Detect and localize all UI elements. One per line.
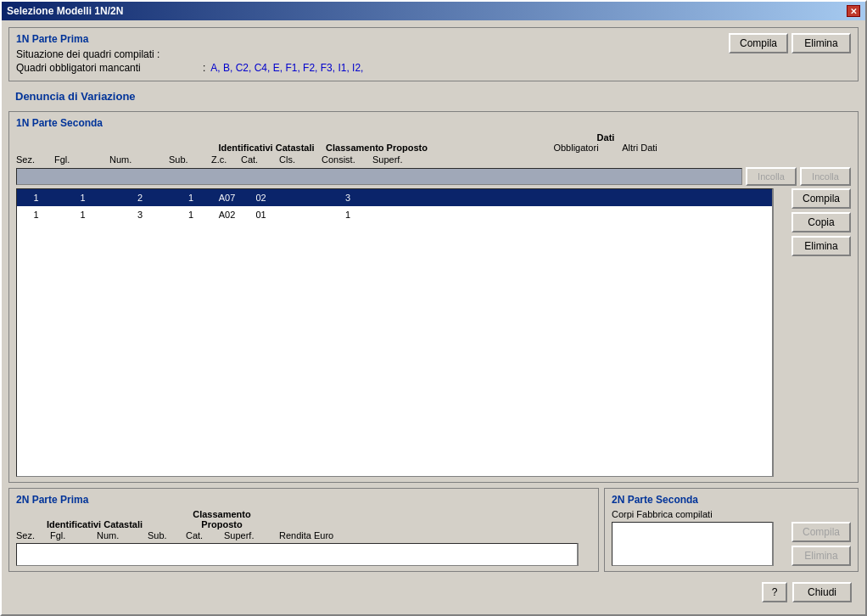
bottom-table-scroll-2n-sec[interactable] (612, 522, 773, 566)
incolla-buttons: Incolla Incolla (746, 167, 851, 186)
compila-button-1n[interactable]: Compila (791, 188, 851, 209)
classamento-header: Classamento Proposto (322, 143, 432, 153)
parte-seconda-1n-section: 1N Parte Seconda Identificativi Catastal… (8, 111, 859, 483)
quadri-separator: : (203, 62, 205, 74)
close-button[interactable]: ✕ (847, 5, 860, 17)
situazione-label: Situazione dei quadri compilati : (16, 48, 203, 60)
scrollbar-2n-prima[interactable] (578, 543, 591, 566)
parte-prima-2n-section: 2N Parte Prima Identificativi Catastali … (8, 488, 599, 572)
corpi-label: Corpi Fabbrica compilati (612, 509, 851, 519)
window-title: Selezione Modelli 1N/2N (7, 5, 123, 17)
2n-subhdr-cat: Cat. (186, 530, 224, 540)
parte-prima-1n-title: 1N Parte Prima (16, 33, 722, 45)
elimina-button-2n[interactable]: Elimina (791, 546, 851, 566)
copia-button-1n[interactable]: Copia (791, 212, 851, 232)
dati-header-group: Dati Obbligatori Altri Dati (542, 132, 669, 153)
subhdr-sez: Sez. (16, 154, 54, 165)
table-subheader-row: Sez. Fgl. Num. Sub. Z.c. Cat. Cls. Consi… (16, 154, 851, 165)
parte-prima-1n-section: 1N Parte Prima Situazione dei quadri com… (8, 27, 859, 81)
compila-button-2n[interactable]: Compila (791, 522, 851, 542)
obbligatori-label: Obbligatori (542, 143, 610, 153)
parte-prima-1n-info: 1N Parte Prima Situazione dei quadri com… (16, 33, 722, 76)
main-content: 1N Parte Prima Situazione dei quadri com… (2, 20, 865, 614)
quadri-label: Quadri obbligatori mancanti (16, 62, 203, 74)
subhdr-cat: Cat. (241, 154, 279, 165)
2n-subhdr-num: Num. (97, 530, 148, 540)
table-area-1n: 1 1 2 1 A07 02 3 1 1 3 1 A02 01 1 (16, 188, 851, 477)
denuncia-section: Denuncia di Variazione (8, 87, 859, 106)
2n-subheader-row: Sez. Fgl. Num. Sub. Cat. Superf. Rendita… (16, 530, 591, 540)
parte-prima-2n-title: 2N Parte Prima (16, 494, 591, 506)
table-scroll-1n[interactable]: 1 1 2 1 A07 02 3 1 1 3 1 A02 01 1 (16, 188, 773, 477)
table-header-row: Identificativi Catastali Classamento Pro… (16, 132, 851, 153)
subhdr-cls: Cls. (279, 154, 322, 165)
quadri-row: Quadri obbligatori mancanti : A, B, C2, … (16, 62, 722, 74)
bottom-table-area-2n (16, 543, 591, 566)
altri-dati-label: Altri Dati (610, 143, 669, 153)
help-button[interactable]: ? (762, 582, 787, 602)
2n-header-row: Identificativi Catastali Classamento Pro… (16, 509, 591, 529)
table-buttons-1n: Compila Copia Elimina (791, 188, 851, 477)
subhdr-sub: Sub. (169, 154, 211, 165)
incolla-button-2[interactable]: Incolla (800, 167, 851, 186)
bottom-sections: 2N Parte Prima Identificativi Catastali … (8, 488, 859, 572)
scrollbar-2n-seconda[interactable] (773, 522, 786, 566)
bottom-table-scroll-2n[interactable] (16, 543, 578, 566)
2n-subhdr-superf: Superf. (224, 530, 279, 540)
id-catastali-header: Identificativi Catastali (211, 143, 322, 153)
bottom-table-area-2n-sec: Compila Elimina (612, 522, 851, 566)
table-row[interactable]: 1 1 2 1 A07 02 3 (17, 189, 772, 206)
bottom-right-buttons-2n: Compila Elimina (791, 522, 851, 566)
2n-subhdr-sez: Sez. (16, 530, 50, 540)
incolla-bar (16, 168, 742, 185)
scrollbar-1n[interactable] (773, 188, 786, 477)
subhdr-num: Num. (109, 154, 169, 165)
compila-button-top[interactable]: Compila (729, 33, 788, 53)
situazione-row: Situazione dei quadri compilati : (16, 48, 722, 60)
elimina-button-1n[interactable]: Elimina (791, 236, 851, 256)
table-row[interactable]: 1 1 3 1 A02 01 1 (17, 206, 772, 223)
dati-label: Dati (597, 132, 615, 143)
footer: ? Chiudi (8, 577, 859, 608)
2n-subhdr-sub: Sub. (148, 530, 186, 540)
classamento-2n-header: Classamento Proposto (173, 509, 271, 529)
id-catastali-2n-header: Identificativi Catastali (16, 519, 173, 529)
denuncia-title: Denuncia di Variazione (15, 90, 136, 103)
parte-prima-1n-buttons: Compila Elimina (729, 33, 851, 53)
title-bar: Selezione Modelli 1N/2N ✕ (2, 2, 865, 20)
quadri-value: A, B, C2, C4, E, F1, F2, F3, I1, I2, (210, 62, 363, 74)
parte-seconda-1n-title: 1N Parte Seconda (16, 117, 851, 129)
incolla-button-1[interactable]: Incolla (746, 167, 797, 186)
parte-seconda-2n-section: 2N Parte Seconda Corpi Fabbrica compilat… (604, 488, 859, 572)
subhdr-zc: Z.c. (211, 154, 241, 165)
dati-sub-headers: Obbligatori Altri Dati (542, 143, 669, 153)
subhdr-fgl: Fgl. (54, 154, 109, 165)
parte-seconda-2n-title: 2N Parte Seconda (612, 494, 851, 506)
chiudi-button[interactable]: Chiudi (792, 582, 852, 602)
subhdr-consist: Consist. (322, 154, 372, 165)
2n-subhdr-rendita: Rendita Euro (279, 530, 355, 540)
2n-subhdr-fgl: Fgl. (50, 530, 97, 540)
elimina-button-top[interactable]: Elimina (791, 33, 851, 53)
incolla-row: Incolla Incolla (16, 167, 851, 186)
subhdr-superf: Superf. (372, 154, 432, 165)
main-window: Selezione Modelli 1N/2N ✕ 1N Parte Prima… (0, 0, 867, 616)
